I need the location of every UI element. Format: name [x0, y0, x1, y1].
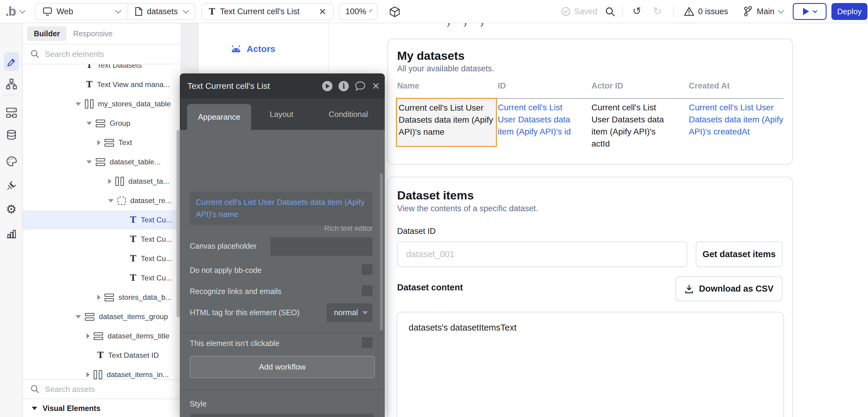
table-cell-3[interactable]: Current cell's List User Datasets data i… — [689, 101, 788, 138]
canvas-placeholder-input[interactable] — [271, 237, 373, 256]
search-assets-input[interactable] — [45, 385, 145, 394]
branch-selector[interactable]: Main — [743, 3, 783, 20]
tree-row-13[interactable]: dataset_items_group — [23, 307, 181, 326]
tree-row-15[interactable]: TText Dataset ID — [23, 346, 181, 365]
style-dropdown[interactable]: Body 14 (Overridden) — [190, 414, 374, 417]
tree-row-10[interactable]: TText Cu... — [23, 249, 181, 268]
settings-tool-button[interactable]: ⚙ — [0, 203, 23, 215]
recognize-links-checkbox[interactable] — [362, 285, 373, 296]
tree-row-12[interactable]: stores_data_b... — [23, 288, 181, 307]
visual-elements-section[interactable]: Visual Elements — [23, 400, 181, 417]
not-clickable-checkbox[interactable] — [362, 337, 373, 348]
search-elements-input[interactable] — [45, 50, 145, 59]
comment-bubble-icon[interactable] — [355, 81, 366, 91]
plugins-tool-button[interactable] — [0, 180, 23, 192]
table-cell-1[interactable]: Current cell's List User Datasets data i… — [498, 101, 579, 138]
tree-row-4[interactable]: Text — [23, 133, 181, 152]
tree-row-6[interactable]: dataset_ta... — [23, 172, 181, 191]
element-tab[interactable]: T Text Current cell's List ✕ — [202, 3, 334, 20]
pencil-icon — [6, 56, 17, 67]
run-workflow-icon[interactable] — [322, 81, 333, 91]
dataset-content-box[interactable]: datasets's datasetItemsText — [397, 312, 784, 417]
search-icon[interactable] — [605, 7, 615, 17]
table-cell-2[interactable]: Current cell's List User Datasets data i… — [591, 101, 676, 150]
components-tool-button[interactable] — [0, 107, 23, 119]
tree-row-11[interactable]: TText Cu... — [23, 268, 181, 288]
tree-row-0[interactable]: TText Datasets — [23, 64, 181, 75]
caret-right-icon[interactable] — [87, 372, 90, 377]
column-header-actor-id: Actor ID — [591, 81, 623, 91]
caret-down-icon[interactable] — [108, 199, 114, 202]
tree-row-5[interactable]: dataset_table... — [23, 152, 181, 172]
info-icon[interactable]: i — [339, 81, 349, 91]
content-expression-text: Current cell's List User Datasets data i… — [196, 198, 365, 219]
page-chevron-down-icon — [183, 7, 189, 13]
caret-right-icon[interactable] — [87, 333, 90, 339]
tree-item-label: Text Cu... — [141, 274, 172, 282]
get-dataset-items-button[interactable]: Get dataset items — [696, 242, 782, 267]
caret-down-icon[interactable] — [75, 102, 81, 106]
search-icon — [31, 50, 39, 59]
tab-responsive[interactable]: Responsive — [73, 29, 113, 38]
tree-row-8[interactable]: TText Cu... — [23, 210, 181, 230]
close-panel-icon[interactable]: ✕ — [372, 81, 380, 91]
database-tool-button[interactable] — [0, 129, 23, 141]
content-expression-box[interactable]: Current cell's List User Datasets data i… — [190, 192, 373, 226]
add-workflow-button[interactable]: Add workflow — [190, 356, 375, 378]
styles-tool-button[interactable] — [0, 156, 23, 168]
column-group-icon — [85, 99, 93, 108]
pages-tool-button[interactable] — [0, 78, 23, 90]
tab-conditional[interactable]: Conditional — [312, 98, 385, 130]
tree-row-7[interactable]: dataset_re... — [23, 191, 181, 210]
issues-count: 0 issues — [698, 7, 728, 16]
tab-builder[interactable]: Builder — [27, 26, 66, 41]
deploy-button[interactable]: Deploy — [831, 3, 867, 20]
html-tag-dropdown[interactable]: normal — [327, 303, 373, 322]
text-element-icon: T — [209, 7, 215, 17]
download-icon — [685, 284, 693, 294]
tree-row-16[interactable]: dataset_items_in... — [23, 365, 181, 379]
inspector-header[interactable]: Text Current cell's List i ✕ — [180, 73, 385, 98]
mode-label: Web — [57, 7, 73, 16]
issues-indicator[interactable]: 0 issues — [684, 3, 728, 20]
caret-right-icon[interactable] — [97, 140, 101, 146]
tree-row-9[interactable]: TText Cu... — [23, 230, 181, 249]
design-tool-button[interactable] — [0, 56, 23, 67]
caret-right-icon[interactable] — [97, 295, 101, 300]
close-tab-icon[interactable]: ✕ — [319, 6, 327, 17]
caret-right-icon[interactable] — [108, 179, 112, 184]
tree-row-3[interactable]: Group — [23, 114, 181, 133]
search-icon — [31, 385, 39, 394]
package-cube-icon[interactable] — [389, 6, 400, 18]
page-dropdown[interactable]: datasets — [128, 7, 195, 16]
bb-code-checkbox[interactable] — [362, 264, 373, 275]
tab-appearance[interactable]: Appearance — [187, 104, 251, 130]
inspector-body: Current cell's List User Datasets data i… — [180, 130, 385, 417]
dataset-id-input[interactable] — [397, 242, 687, 267]
selected-name-cell[interactable]: Current cell's List User Datasets data i… — [396, 98, 497, 147]
preview-button[interactable] — [793, 3, 827, 20]
row-group-icon — [85, 313, 94, 321]
logs-tool-button[interactable] — [0, 228, 23, 240]
mode-dropdown[interactable]: Web — [35, 7, 128, 16]
rich-text-editor-link[interactable]: Rich text editor — [324, 224, 373, 233]
tree-row-1[interactable]: TText View and mana... — [23, 75, 181, 94]
caret-down-icon[interactable] — [75, 315, 81, 319]
zoom-dropdown[interactable]: 100% — [339, 3, 377, 20]
redo-icon[interactable]: ↻ — [653, 5, 662, 17]
tree-row-2[interactable]: my_stores_data_table — [23, 94, 181, 114]
tree-scrollbar[interactable] — [177, 130, 180, 317]
logo-chevron-down-icon[interactable] — [19, 7, 25, 13]
row-group-icon — [96, 158, 105, 166]
plug-icon — [5, 180, 18, 192]
inspector-scrollbar[interactable] — [380, 173, 383, 330]
tree-item-label: Text View and mana... — [97, 81, 170, 89]
download-csv-button[interactable]: Download as CSV — [676, 276, 782, 301]
caret-down-icon[interactable] — [87, 122, 92, 125]
caret-down-icon[interactable] — [87, 160, 92, 164]
tree-row-14[interactable]: dataset_items_title — [23, 326, 181, 346]
sidebar-item-actors[interactable]: Actors — [230, 44, 275, 54]
tab-layout[interactable]: Layout — [251, 98, 312, 130]
undo-icon[interactable]: ↺ — [632, 5, 641, 17]
column-group-icon — [94, 370, 102, 379]
